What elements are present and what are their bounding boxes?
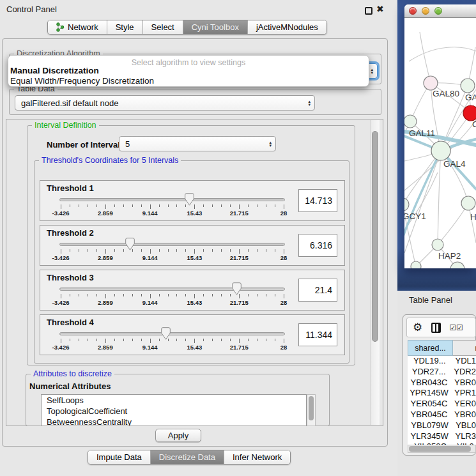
table-horizontal-scrollbar-thumb[interactable] [409, 446, 471, 452]
numerical-attributes-list[interactable]: SelfLoopsTopologicalCoefficientBetweenne… [41, 394, 307, 426]
tab-discretize-data[interactable]: Discretize Data [150, 450, 224, 464]
slider-tick [61, 339, 61, 343]
slider-tick [123, 249, 124, 252]
tab-impute-data[interactable]: Impute Data [88, 450, 150, 464]
partial-node-left[interactable] [411, 261, 421, 268]
slider-tick [70, 204, 70, 207]
slider-tick [105, 294, 106, 298]
table-row[interactable]: YLR345WYLR3 [408, 431, 476, 442]
selected-red-node[interactable] [463, 105, 476, 121]
table-row[interactable]: YBR045CYBR0 [408, 410, 476, 420]
split-view-icon[interactable] [431, 323, 441, 333]
vertical-scrollbar-thumb[interactable] [372, 131, 378, 342]
slider-tick [257, 249, 257, 252]
apply-button[interactable]: Apply [155, 429, 201, 442]
attribute-item[interactable]: BetweennessCentrality [42, 417, 306, 426]
slider-thumb[interactable] [161, 327, 171, 340]
slider-track[interactable] [59, 332, 285, 335]
slider-tick [168, 294, 169, 296]
tick-label: 9.144 [142, 344, 158, 351]
slider-tick [176, 339, 177, 341]
attributes-group-title: Attributes to discretize [31, 369, 114, 378]
attribute-item[interactable]: SelfLoops [42, 395, 306, 406]
slider-tick [212, 339, 213, 341]
slider-tick [185, 294, 186, 296]
num-intervals-combobox[interactable]: 5 ▴▾ [119, 136, 276, 151]
checkbox-icon[interactable]: ☑ [456, 324, 463, 332]
threshold-value-field[interactable]: 6.316 [298, 234, 337, 257]
network-window-titlebar[interactable] [404, 4, 476, 18]
tick-label: 2.859 [98, 344, 113, 351]
tab-style[interactable]: Style [107, 20, 142, 34]
slider-tick [150, 339, 151, 343]
slider-tick [79, 294, 79, 296]
node-label: GCY1 [404, 211, 426, 221]
network-canvas[interactable]: GAL80GACGAL11GAL4GCY1HHAP2 [404, 18, 476, 268]
tick-label: 9.144 [142, 299, 158, 306]
table-row[interactable]: YDL19...YDL1 [408, 356, 476, 367]
float-window-icon[interactable] [365, 7, 372, 15]
table-row[interactable]: YBR043CYBR0 [408, 378, 476, 388]
tab-jactivemnodules[interactable]: jActiveMNodules [247, 20, 326, 34]
column-header-shared[interactable]: shared... [408, 340, 453, 356]
threshold-value-field[interactable]: 14.713 [298, 189, 337, 212]
attributes-list-scrollbar-thumb[interactable] [309, 396, 314, 420]
GAL11-node[interactable] [404, 115, 417, 128]
slider-track[interactable] [59, 288, 285, 291]
tab-network[interactable]: Network [48, 20, 107, 34]
table-row[interactable]: YDR27...YDR2 [408, 367, 476, 378]
slider-thumb[interactable] [232, 282, 242, 295]
HAP2-node[interactable] [432, 239, 443, 250]
table-data-combobox[interactable]: galFiltered.sif default node ▴▾ [15, 95, 315, 111]
slider-thumb[interactable] [185, 193, 194, 206]
tick-label: 2.859 [98, 299, 113, 306]
tick-label: 15.43 [187, 299, 203, 306]
interval-definition-group: Interval Definition Number of Intervals … [27, 125, 355, 365]
tab-cyni-toolbox[interactable]: Cyni Toolbox [183, 20, 247, 34]
slider-track[interactable] [59, 198, 285, 201]
minimize-light[interactable] [422, 7, 429, 15]
slider-thumb[interactable] [125, 238, 135, 250]
slider-track[interactable] [59, 243, 285, 246]
network-edge [409, 47, 476, 61]
close-icon[interactable]: ✖ [376, 4, 384, 14]
tab-label: Network [68, 22, 98, 32]
slider-tick [230, 294, 231, 296]
cell-name: YBR0 [450, 378, 476, 388]
table-row[interactable]: YBL079WYBL0 [408, 420, 476, 431]
slider-tick [159, 204, 160, 207]
slider-tick [212, 294, 213, 296]
slider-tick [230, 249, 231, 252]
GAL80-node[interactable] [424, 76, 438, 90]
algorithm-option[interactable]: Equal Width/Frequency Discretization [10, 76, 154, 86]
app-root: Control Panel ✖ NetworkStyleSelectCyni T… [0, 0, 476, 476]
close-light[interactable] [409, 7, 417, 15]
table-row[interactable]: YPR145WYPR1 [408, 388, 476, 399]
slider-tick [257, 339, 257, 341]
H-node[interactable] [461, 196, 475, 210]
slider-tick [239, 204, 240, 209]
top-right-node[interactable] [461, 79, 475, 93]
algorithm-option[interactable]: Manual Discretization [10, 66, 99, 75]
threshold-value-field[interactable]: 11.344 [298, 323, 337, 346]
GCY1-node[interactable] [404, 198, 409, 211]
threshold-value-field[interactable]: 21.4 [298, 279, 337, 302]
GAL4-node[interactable] [431, 141, 450, 160]
control-panel-title: Control Panel [6, 4, 57, 14]
cell-shared-name: YDL19... [408, 356, 451, 367]
network-edge [420, 32, 431, 83]
slider-tick [141, 204, 142, 207]
attribute-item[interactable]: TopologicalCoefficient [42, 406, 306, 417]
node-label: GA [465, 93, 476, 102]
threshold-panel: Threshold 1-3.4262.8599.14415.4321.71528… [40, 180, 345, 221]
column-header-name[interactable]: na [453, 340, 476, 356]
tab-select[interactable]: Select [142, 20, 183, 34]
zoom-light[interactable] [434, 7, 442, 15]
cell-shared-name: YBR043C [408, 378, 450, 388]
table-row[interactable]: YER054CYER0 [408, 399, 476, 410]
tick-label: 15.43 [187, 344, 203, 351]
tab-infer-network[interactable]: Infer Network [224, 450, 290, 464]
checkbox-icon[interactable]: ☑ [449, 324, 456, 332]
attributes-list-scrollbar[interactable] [307, 394, 316, 426]
gear-icon[interactable]: ⚙ [413, 322, 422, 333]
